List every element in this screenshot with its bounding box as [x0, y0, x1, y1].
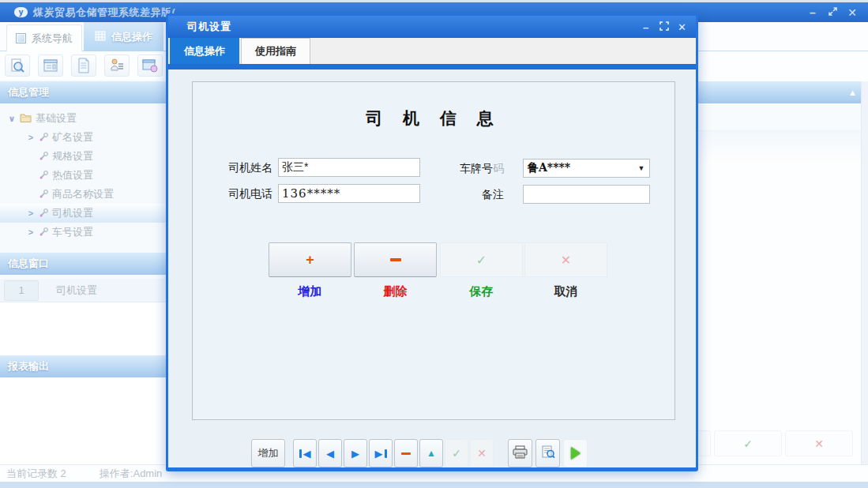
- tools-icon: [39, 208, 48, 218]
- grid-icon: [95, 31, 106, 43]
- tree-root-basic-settings[interactable]: ∨ 基础设置: [0, 109, 166, 128]
- tools-icon: [39, 227, 48, 237]
- add-button[interactable]: +: [269, 242, 351, 277]
- operator-label: 操作者:Admin: [100, 467, 162, 481]
- window-list-item[interactable]: 1 司机设置: [0, 279, 166, 302]
- minus-icon: [401, 452, 411, 455]
- cancel-record-button[interactable]: ✕: [470, 439, 494, 467]
- plate-number-combobox[interactable]: 鲁A**** ▼: [523, 159, 650, 178]
- window-view-icon[interactable]: [137, 54, 163, 77]
- maximize-icon[interactable]: [658, 21, 670, 33]
- collapse-icon[interactable]: ▲: [848, 88, 857, 97]
- delete-button-label: 删除: [354, 284, 437, 299]
- save-button-label: 保存: [440, 284, 523, 299]
- preview-document-icon[interactable]: [5, 54, 30, 77]
- preview-icon: [541, 445, 555, 462]
- tools-icon: [39, 133, 48, 142]
- restore-icon[interactable]: [826, 6, 839, 19]
- remark-input[interactable]: [523, 185, 650, 204]
- navigator-add-button[interactable]: 增加: [251, 439, 285, 467]
- arrow-left-icon: ◀: [303, 448, 311, 460]
- edit-record-button[interactable]: ▲: [419, 439, 443, 467]
- main-window-title: 煤炭贸易仓储管理系统差异版(: [33, 6, 175, 20]
- scrollbar[interactable]: [861, 81, 868, 464]
- close-icon[interactable]: ✕: [846, 6, 859, 19]
- dialog-tab-user-guide[interactable]: 使用指南: [241, 38, 310, 64]
- save-button[interactable]: ✓: [440, 242, 523, 277]
- section-header-info-management: 信息管理: [0, 81, 166, 103]
- window-frame-bottom: [0, 482, 868, 488]
- plate-number-label: 车牌号码: [421, 159, 504, 178]
- run-button[interactable]: [563, 439, 588, 467]
- sidebar: 信息管理 ∨ 基础设置 > 矿名设置 规格设置: [0, 80, 166, 464]
- cross-icon: ✕: [561, 253, 571, 268]
- app-logo: y: [14, 7, 28, 17]
- check-icon: ✓: [476, 253, 487, 268]
- print-preview-button[interactable]: [535, 439, 560, 467]
- tools-icon: [39, 190, 48, 199]
- plus-icon: +: [306, 252, 314, 268]
- section-header-info-windows: 信息窗口: [0, 253, 166, 275]
- cancel-button[interactable]: ✕: [524, 242, 607, 277]
- driver-name-input[interactable]: [278, 158, 420, 177]
- user-report-icon[interactable]: [104, 54, 130, 77]
- new-document-icon[interactable]: [71, 54, 96, 77]
- check-icon: ✓: [452, 447, 461, 460]
- next-record-button[interactable]: ▶: [344, 439, 367, 467]
- cancel-button-label: 取消: [524, 284, 607, 299]
- chevron-right-icon[interactable]: >: [25, 227, 36, 237]
- tab-info-operation[interactable]: 信息操作: [84, 22, 163, 51]
- background-cancel-button[interactable]: ✕: [785, 430, 853, 456]
- tree-item-product-name[interactable]: 商品名称设置: [0, 185, 166, 204]
- driver-phone-input[interactable]: [278, 184, 420, 203]
- tab-system-navigation[interactable]: 系统导航: [6, 24, 82, 51]
- tree-item-heat-value[interactable]: 热值设置: [0, 166, 166, 185]
- dialog-titlebar: 司机设置 – ✕: [168, 16, 696, 38]
- chevron-right-icon[interactable]: >: [25, 133, 36, 142]
- up-triangle-icon: ▲: [426, 448, 436, 459]
- arrow-left-icon: ◀: [326, 448, 334, 460]
- cross-icon: ✕: [814, 437, 824, 450]
- driver-settings-dialog: 司机设置 – ✕ 信息操作 使用指南 司 机 信 息 司机姓名: [166, 13, 698, 471]
- background-save-button[interactable]: ✓: [714, 430, 782, 456]
- tree-item-driver-settings[interactable]: > 司机设置: [0, 204, 166, 223]
- arrow-right-icon: ▶: [351, 448, 359, 460]
- chevron-down-icon[interactable]: ▼: [633, 164, 649, 172]
- remark-label: 备注: [421, 185, 504, 204]
- print-button[interactable]: [508, 439, 532, 467]
- tree-item-vehicle-number[interactable]: > 车号设置: [0, 223, 166, 242]
- check-icon: ✓: [743, 437, 753, 450]
- tree-item-mine-name[interactable]: > 矿名设置: [0, 128, 166, 147]
- section-header-report-output: 报表输出: [0, 355, 166, 377]
- form-view-icon[interactable]: [38, 54, 63, 77]
- printer-icon: [513, 445, 528, 462]
- post-record-button[interactable]: ✓: [445, 439, 468, 467]
- form-heading: 司 机 信 息: [192, 107, 675, 130]
- play-icon: [571, 447, 581, 460]
- close-icon[interactable]: ✕: [676, 21, 688, 33]
- minimize-icon[interactable]: –: [640, 21, 652, 33]
- minus-icon: [390, 258, 401, 261]
- previous-record-button[interactable]: ◀: [318, 439, 342, 467]
- dialog-tab-info-operation[interactable]: 信息操作: [170, 38, 239, 64]
- dialog-tabbar: 信息操作 使用指南: [168, 38, 696, 64]
- delete-button[interactable]: [354, 242, 437, 277]
- window-list-index: 1: [4, 280, 39, 301]
- driver-name-label: 司机姓名: [184, 158, 272, 177]
- tools-icon: [39, 152, 48, 161]
- plate-number-value: 鲁A****: [524, 161, 633, 175]
- chevron-right-icon[interactable]: >: [25, 208, 36, 218]
- tree-item-spec[interactable]: 规格设置: [0, 147, 166, 166]
- app-window: y 煤炭贸易仓储管理系统差异版( – ✕ 系统导航 信息操作: [0, 0, 868, 488]
- minimize-icon[interactable]: –: [806, 6, 819, 19]
- chevron-down-icon[interactable]: ∨: [6, 114, 17, 124]
- navigation-tree: ∨ 基础设置 > 矿名设置 规格设置 热值设置: [0, 103, 166, 253]
- square-icon: [16, 33, 26, 43]
- last-record-button[interactable]: ▶: [369, 439, 393, 467]
- add-button-label: 增加: [269, 284, 351, 299]
- delete-record-button[interactable]: [394, 439, 418, 467]
- first-record-button[interactable]: ◀: [293, 439, 317, 467]
- tools-icon: [39, 171, 48, 180]
- arrow-right-icon: ▶: [375, 448, 383, 460]
- folder-icon: [20, 114, 32, 123]
